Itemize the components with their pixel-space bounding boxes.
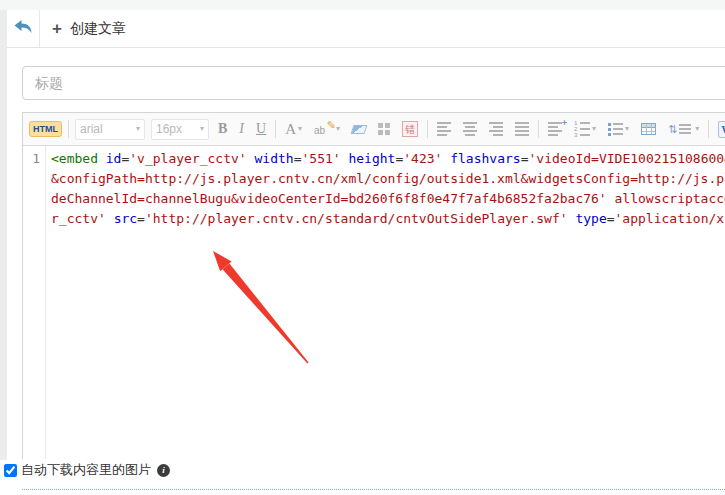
article-editor-page: + 创建文章 HTMLarial▾16px▾BIUA▾ab✎▾错+123▾▾⇅▾… (0, 0, 725, 495)
code-lines: <embed id='v_player_cctv' width='551' he… (46, 146, 725, 459)
toolbar-divider (538, 120, 539, 138)
unordered-list-button[interactable]: ▾ (605, 121, 632, 138)
page-left-strip (0, 10, 7, 460)
code-line: deChannelId=channelBugu&videoCenterId=bd… (51, 189, 725, 209)
auto-download-label: 自动下载内容里的图片 (21, 461, 151, 479)
code-line: r_cctv' src='http://player.cntv.cn/stand… (51, 209, 725, 229)
align-justify-button[interactable] (512, 120, 532, 138)
chevron-down-icon: ▾ (625, 125, 629, 133)
indent-bars (548, 122, 562, 136)
remove-format-button[interactable] (349, 123, 369, 136)
chevron-down-icon: ▾ (136, 125, 140, 133)
align-left-button[interactable] (434, 120, 454, 138)
chevron-down-icon: ▾ (695, 125, 699, 133)
underline-button[interactable]: U (253, 120, 269, 138)
info-icon[interactable]: i (157, 464, 170, 477)
spellcheck-button[interactable]: 错 (399, 119, 421, 139)
line-height-icon: ⇅ (668, 124, 693, 135)
editor-gutter: 1 (23, 146, 46, 459)
code-line: <embed id='v_player_cctv' width='551' he… (51, 149, 725, 169)
bottom-dotted-divider (22, 489, 725, 490)
eraser-icon (351, 125, 368, 134)
align-center-button[interactable] (460, 120, 480, 138)
ordered-list-icon: 123 (574, 121, 590, 137)
rich-text-editor: HTMLarial▾16px▾BIUA▾ab✎▾错+123▾▾⇅▾W 1 <em… (22, 112, 725, 459)
indent-button[interactable]: + (545, 120, 565, 138)
word-icon: W (718, 121, 725, 138)
indent-icon: + (548, 122, 562, 136)
toolbar-divider (68, 120, 69, 138)
highlight-icon: ab✎ (314, 121, 334, 137)
align-right-button[interactable] (486, 120, 506, 138)
html-source-view[interactable]: 1 <embed id='v_player_cctv' width='551' … (23, 146, 725, 459)
code-line: &configPath=http://js.player.cntv.cn/xml… (51, 169, 725, 189)
toolbar-divider (427, 120, 428, 138)
unordered-list-icon (608, 123, 623, 136)
font-family-select[interactable]: arial▾ (75, 119, 145, 140)
highlight-color-button[interactable]: ab✎▾ (311, 119, 343, 139)
title-input[interactable] (22, 66, 725, 100)
page-title: 创建文章 (70, 20, 126, 38)
chevron-down-icon: ▾ (592, 125, 596, 133)
back-button[interactable] (7, 10, 40, 47)
word-import-button[interactable]: W (715, 119, 725, 140)
spellcheck-icon: 错 (402, 121, 418, 137)
html-icon: HTML (33, 124, 58, 134)
table-icon (641, 123, 656, 135)
auto-download-images-checkbox[interactable] (4, 464, 17, 477)
toolbar-divider (708, 120, 709, 138)
ordered-list-button[interactable]: 123▾ (571, 119, 599, 139)
editor-toolbar: HTMLarial▾16px▾BIUA▾ab✎▾错+123▾▾⇅▾W (23, 113, 725, 146)
left-align-icon (437, 122, 451, 136)
line-height-button[interactable]: ⇅▾ (665, 122, 702, 137)
justify-align-icon (515, 122, 529, 136)
chevron-down-icon: ▾ (336, 125, 340, 133)
gutter-line-number: 1 (32, 151, 40, 166)
bold-button[interactable]: B (215, 120, 230, 138)
chevron-down-icon: ▾ (200, 125, 204, 133)
auto-download-row: 自动下载内容里的图片 i (4, 461, 170, 479)
page-top-band (0, 0, 725, 10)
chevron-down-icon: ▾ (298, 125, 302, 133)
html-source-button[interactable]: HTML (29, 121, 62, 137)
back-icon (13, 19, 33, 39)
pencil-icon: ✎ (327, 119, 336, 132)
font-size-select[interactable]: 16px▾ (151, 119, 209, 140)
plus-icon: + (52, 20, 62, 37)
toolbar-divider (275, 120, 276, 138)
font-color-button[interactable]: A▾ (282, 120, 305, 139)
grid-icon (378, 123, 390, 135)
italic-button[interactable]: I (236, 120, 247, 138)
table-button[interactable] (638, 121, 659, 137)
blocks-button[interactable] (375, 121, 393, 137)
center-align-icon (463, 122, 477, 136)
header: + 创建文章 (7, 10, 725, 48)
right-align-icon (489, 122, 503, 136)
